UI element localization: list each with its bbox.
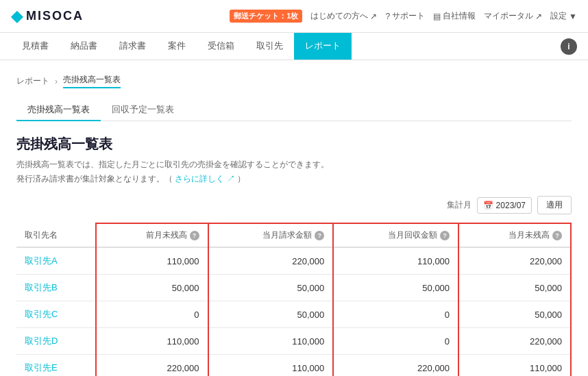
nav-items: 見積書 納品書 請求書 案件 受信箱 取引先 レポート xyxy=(11,33,352,60)
support-icon: ? xyxy=(385,12,390,21)
prev-balance-cell: 0 xyxy=(96,301,208,328)
company-icon: ▤ xyxy=(433,12,441,21)
prev-balance-cell: 110,000 xyxy=(96,247,208,275)
date-value: 2023/07 xyxy=(496,201,526,210)
current-balance-cell: 220,000 xyxy=(458,247,571,275)
header-link-company[interactable]: ▤ 自社情報 xyxy=(433,10,476,22)
current-collected-cell: 0 xyxy=(333,301,458,328)
table-row: 取引先A 110,000 220,000 110,000 220,000 xyxy=(16,247,571,275)
logo-text: misoca xyxy=(26,9,84,23)
header-right: 郵送チケット：1枚 はじめての方へ ↗ ? サポート ▤ 自社情報 マイポータル… xyxy=(230,10,577,23)
tab-collection-schedule[interactable]: 回収予定一覧表 xyxy=(101,99,185,121)
calendar-icon: 📅 xyxy=(483,201,493,210)
support-label: サポート xyxy=(392,10,425,22)
page-description-1: 売掛残高一覧表では、指定した月ごとに取引先の売掛金を確認することができます。 xyxy=(16,159,572,171)
client-name-cell[interactable]: 取引先A xyxy=(16,247,96,275)
table-row: 取引先E 220,000 110,000 220,000 110,000 xyxy=(16,355,571,377)
current-invoice-cell: 50,000 xyxy=(208,301,334,328)
th-current-balance: 当月未残高 ? xyxy=(458,223,571,247)
ticket-badge: 郵送チケット：1枚 xyxy=(230,10,302,23)
client-name-cell[interactable]: 取引先B xyxy=(16,275,96,301)
th-current-collected: 当月回収金額 ? xyxy=(333,223,458,247)
current-collected-cell: 0 xyxy=(333,328,458,355)
header-link-support[interactable]: ? サポート xyxy=(385,10,425,22)
accounts-receivable-table: 取引先名 前月未残高 ? 当月請求金額 ? xyxy=(16,223,572,376)
current-collected-cell: 220,000 xyxy=(333,355,458,377)
table-row: 取引先B 50,000 50,000 50,000 50,000 xyxy=(16,275,571,301)
filter-label: 集計月 xyxy=(447,199,471,211)
prev-balance-cell: 220,000 xyxy=(96,355,208,377)
current-invoice-cell: 50,000 xyxy=(208,275,334,301)
breadcrumb-separator: › xyxy=(55,77,58,86)
info-button[interactable]: i xyxy=(561,38,577,55)
table-row: 取引先D 110,000 110,000 0 220,000 xyxy=(16,328,571,355)
company-label: 自社情報 xyxy=(443,10,476,22)
header: ◆ misoca 郵送チケット：1枚 はじめての方へ ↗ ? サポート ▤ 自社… xyxy=(0,0,588,33)
logo: ◆ misoca xyxy=(11,8,84,25)
current-invoice-cell: 110,000 xyxy=(208,328,334,355)
nav-item-inbox[interactable]: 受信箱 xyxy=(197,33,245,60)
nav-item-delivery[interactable]: 納品書 xyxy=(60,33,108,60)
th-prev-balance: 前月未残高 ? xyxy=(96,223,208,247)
page-description-2: 発行済み請求書が集計対象となります。（ さらに詳しく ↗ ） xyxy=(16,173,572,185)
nav-item-invoices[interactable]: 請求書 xyxy=(108,33,157,60)
current-invoice-tooltip-icon[interactable]: ? xyxy=(315,231,324,240)
current-balance-cell: 220,000 xyxy=(458,328,571,355)
current-collected-tooltip-icon[interactable]: ? xyxy=(440,231,450,240)
main-content: レポート › 売掛残高一覧表 売掛残高一覧表 回収予定一覧表 売掛残高一覧表 売… xyxy=(0,60,588,376)
prev-balance-cell: 50,000 xyxy=(96,275,208,301)
current-invoice-cell: 220,000 xyxy=(208,247,334,275)
header-link-intro[interactable]: はじめての方へ ↗ xyxy=(310,10,377,22)
prev-balance-tooltip-icon[interactable]: ? xyxy=(190,231,199,240)
nav-item-clients[interactable]: 取引先 xyxy=(245,33,294,60)
breadcrumb-current: 売掛残高一覧表 xyxy=(63,74,121,88)
external-link-icon: ↗ xyxy=(227,174,235,184)
client-name-cell[interactable]: 取引先C xyxy=(16,301,96,328)
logo-icon: ◆ xyxy=(11,8,23,25)
intro-label: はじめての方へ xyxy=(310,10,368,22)
table-wrap: 取引先名 前月未残高 ? 当月請求金額 ? xyxy=(16,223,572,376)
chevron-down-icon: ▼ xyxy=(569,12,577,21)
current-balance-cell: 110,000 xyxy=(458,355,571,377)
filter-row: 集計月 📅 2023/07 適用 xyxy=(16,196,572,214)
current-balance-cell: 50,000 xyxy=(458,301,571,328)
current-collected-cell: 110,000 xyxy=(333,247,458,275)
nav-item-estimates[interactable]: 見積書 xyxy=(11,33,60,60)
tab-bar: 売掛残高一覧表 回収予定一覧表 xyxy=(16,99,572,121)
portal-icon: ↗ xyxy=(535,12,542,21)
external-icon: ↗ xyxy=(370,12,377,21)
client-name-cell[interactable]: 取引先E xyxy=(16,355,96,377)
table-body: 取引先A 110,000 220,000 110,000 220,000 取引先… xyxy=(16,247,571,376)
current-balance-tooltip-icon[interactable]: ? xyxy=(552,231,562,240)
current-invoice-cell: 110,000 xyxy=(208,355,334,377)
page-title: 売掛残高一覧表 xyxy=(16,135,572,153)
breadcrumb-parent[interactable]: レポート xyxy=(16,75,49,87)
detail-link[interactable]: さらに詳しく ↗ xyxy=(175,174,237,184)
breadcrumb: レポート › 売掛残高一覧表 xyxy=(16,74,572,88)
nav-item-projects[interactable]: 案件 xyxy=(157,33,197,60)
portal-label: マイポータル xyxy=(484,10,533,22)
prev-balance-cell: 110,000 xyxy=(96,328,208,355)
header-link-portal[interactable]: マイポータル ↗ xyxy=(484,10,542,22)
settings-label: 設定 xyxy=(550,10,567,22)
apply-button[interactable]: 適用 xyxy=(537,196,572,214)
current-collected-cell: 50,000 xyxy=(333,275,458,301)
table-row: 取引先C 0 50,000 0 50,000 xyxy=(16,301,571,328)
table-header-row: 取引先名 前月未残高 ? 当月請求金額 ? xyxy=(16,223,571,247)
nav-item-reports[interactable]: レポート xyxy=(294,33,352,60)
header-link-settings[interactable]: 設定 ▼ xyxy=(550,10,577,22)
main-nav: 見積書 納品書 請求書 案件 受信箱 取引先 レポート i xyxy=(0,33,588,60)
th-current-invoice: 当月請求金額 ? xyxy=(208,223,334,247)
th-client-name: 取引先名 xyxy=(16,223,96,247)
date-input[interactable]: 📅 2023/07 xyxy=(477,197,532,214)
tab-accounts-receivable[interactable]: 売掛残高一覧表 xyxy=(16,99,101,121)
current-balance-cell: 50,000 xyxy=(458,275,571,301)
client-name-cell[interactable]: 取引先D xyxy=(16,328,96,355)
